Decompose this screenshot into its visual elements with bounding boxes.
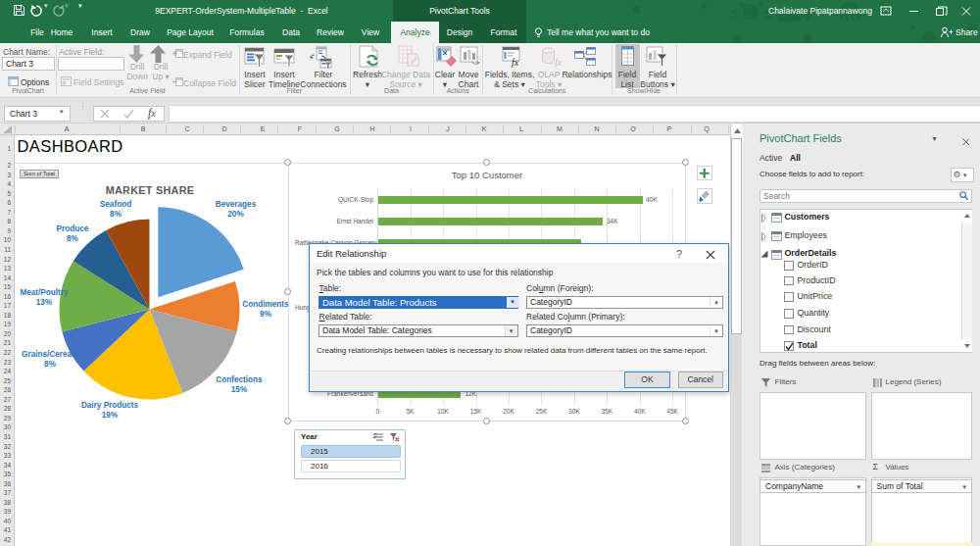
svg-text:fx: fx <box>512 57 519 68</box>
svg-text:fx: fx <box>555 57 563 68</box>
